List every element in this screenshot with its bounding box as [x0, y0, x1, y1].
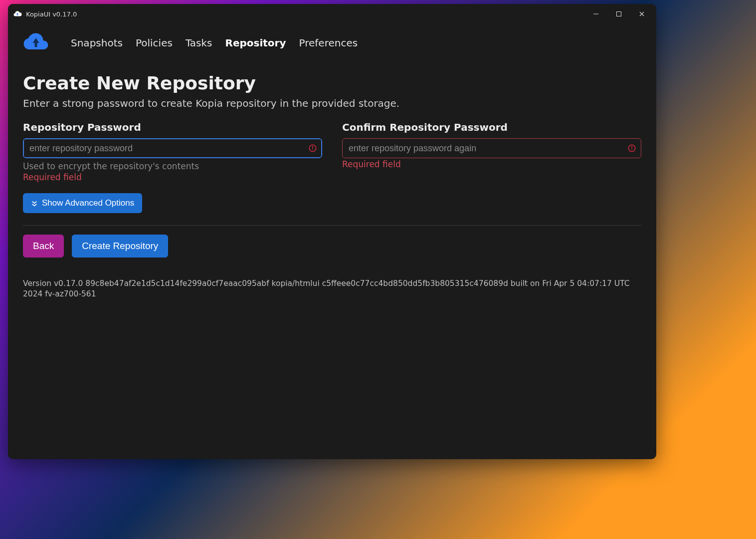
password-error: Required field — [23, 172, 322, 182]
back-button[interactable]: Back — [23, 235, 64, 258]
nav-policies[interactable]: Policies — [136, 37, 173, 49]
password-help: Used to encrypt the repository's content… — [23, 161, 322, 171]
svg-rect-3 — [312, 146, 313, 149]
chevron-double-down-icon — [31, 200, 38, 207]
svg-rect-7 — [631, 149, 632, 150]
svg-rect-4 — [312, 149, 313, 150]
version-footer: Version v0.17.0 89c8eb47af2e1d5c1d14fe29… — [23, 278, 641, 299]
window-title: KopiaUI v0.17.0 — [26, 10, 77, 18]
content-area: Snapshots Policies Tasks Repository Pref… — [8, 24, 656, 459]
password-label: Repository Password — [23, 121, 322, 133]
error-icon — [308, 144, 317, 153]
svg-rect-1 — [617, 12, 621, 16]
nav-preferences[interactable]: Preferences — [299, 37, 358, 49]
app-icon — [13, 9, 22, 18]
page-subtitle: Enter a strong password to create Kopia … — [23, 97, 641, 109]
brand-cloud-icon[interactable] — [23, 33, 49, 53]
nav-repository[interactable]: Repository — [225, 37, 286, 49]
nav-tasks[interactable]: Tasks — [186, 37, 212, 49]
show-advanced-label: Show Advanced Options — [42, 198, 134, 208]
svg-rect-6 — [631, 146, 632, 149]
svg-rect-0 — [593, 14, 598, 14]
separator — [23, 225, 641, 226]
confirm-error: Required field — [342, 159, 641, 169]
password-input[interactable] — [23, 138, 322, 158]
password-form: Repository Password Used to encrypt the … — [23, 121, 641, 182]
page-title: Create New Repository — [23, 73, 641, 93]
action-row: Back Create Repository — [23, 235, 641, 258]
show-advanced-button[interactable]: Show Advanced Options — [23, 193, 142, 213]
create-repository-button[interactable]: Create Repository — [72, 235, 168, 258]
confirm-password-input[interactable] — [342, 138, 641, 158]
titlebar: KopiaUI v0.17.0 — [8, 4, 656, 24]
nav-snapshots[interactable]: Snapshots — [71, 37, 123, 49]
window-close-button[interactable] — [630, 6, 653, 22]
window-minimize-button[interactable] — [584, 6, 607, 22]
confirm-label: Confirm Repository Password — [342, 121, 641, 133]
navbar: Snapshots Policies Tasks Repository Pref… — [23, 28, 641, 64]
window-maximize-button[interactable] — [607, 6, 630, 22]
error-icon — [627, 144, 636, 153]
app-window: KopiaUI v0.17.0 Snapshots Policies Tasks… — [8, 4, 656, 459]
